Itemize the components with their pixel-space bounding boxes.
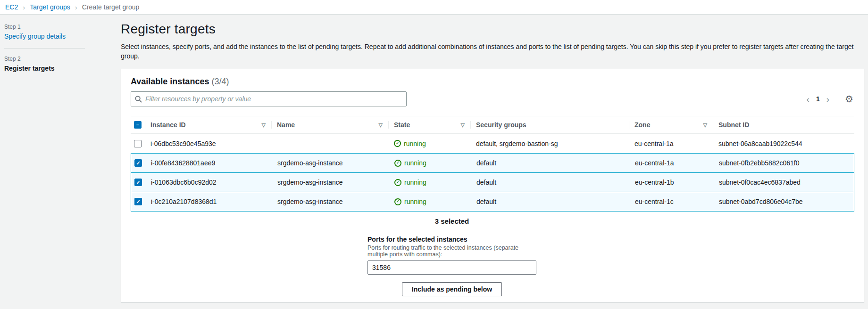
running-status-icon: ✓ — [394, 179, 401, 186]
table-header: − Instance ID ▽ Name ▽ State ▽ Security … — [131, 116, 854, 134]
cell-instance-id: i-01063dbc6b0c92d02 — [145, 179, 272, 186]
cell-state: ✓ running — [389, 179, 471, 186]
wizard-step-1: Step 1 Specify group details — [4, 24, 105, 40]
column-header-label: Zone — [634, 121, 650, 129]
column-header-security-groups[interactable]: Security groups — [470, 116, 629, 133]
wizard-step-2: Step 2 Register targets — [4, 56, 105, 72]
wizard-steps: Step 1 Specify group details Step 2 Regi… — [0, 15, 105, 309]
cell-name: srgdemo-asg-instance — [272, 179, 389, 186]
running-status-icon: ✓ — [394, 140, 401, 147]
next-page-button[interactable]: › — [824, 95, 832, 104]
page-title: Register targets — [121, 22, 864, 37]
cell-instance-id: i-0c210a2107d8368d1 — [145, 198, 272, 205]
divider — [838, 93, 838, 105]
row-checkbox-cell — [131, 140, 145, 147]
row-checkbox[interactable]: ✓ — [134, 179, 142, 186]
cell-subnet-id: subnet-0fb2ebb5882c061f0 — [713, 159, 854, 167]
current-page-number[interactable]: 1 — [816, 95, 820, 103]
step-link-specify-group-details[interactable]: Specify group details — [4, 33, 66, 40]
column-header-label: Security groups — [476, 121, 526, 129]
cell-security-groups: default — [471, 179, 629, 186]
panel-title: Available instances (3/4) — [131, 77, 229, 86]
column-header-name[interactable]: Name ▽ — [271, 116, 388, 133]
cell-zone: eu-central-1b — [629, 179, 713, 186]
column-header-label: Instance ID — [150, 121, 186, 129]
column-header-label: State — [394, 121, 410, 129]
column-header-label: Name — [277, 121, 295, 129]
panel-header: Available instances (3/4) — [131, 77, 854, 87]
cell-security-groups: default — [471, 198, 629, 205]
main-content: Register targets Select instances, speci… — [105, 15, 868, 309]
select-all-checkbox[interactable]: − — [134, 121, 142, 129]
sort-descending-icon[interactable]: ▽ — [461, 122, 465, 128]
row-checkbox[interactable] — [134, 140, 142, 147]
cell-subnet-id: subnet-0abd7cd806e04c7be — [713, 198, 854, 205]
previous-page-button[interactable]: ‹ — [804, 95, 812, 104]
filter-input-wrapper[interactable] — [131, 91, 407, 106]
selection-section: 3 selected Ports for the selected instan… — [131, 217, 773, 296]
pagination: ‹ 1 › ⚙ — [804, 93, 854, 105]
cell-subnet-id: subnet-06a8caab19022c544 — [713, 140, 854, 147]
cell-security-groups: default, srgdemo-bastion-sg — [470, 140, 629, 147]
row-checkbox-cell: ✓ — [131, 159, 145, 167]
state-label: running — [404, 179, 426, 186]
table-row[interactable]: i-06dbc53c90e45a93e ✓ running default, s… — [131, 134, 854, 154]
table-row[interactable]: ✓ i-0c210a2107d8368d1 srgdemo-asg-instan… — [131, 192, 854, 211]
table-body: i-06dbc53c90e45a93e ✓ running default, s… — [131, 134, 854, 211]
step-current-register-targets: Register targets — [4, 65, 105, 72]
page-content: Step 1 Specify group details Step 2 Regi… — [0, 15, 868, 309]
breadcrumb: EC2 › Target groups › Create target grou… — [0, 0, 868, 15]
cell-state: ✓ running — [389, 159, 471, 167]
step-number: Step 2 — [4, 56, 105, 62]
column-header-zone[interactable]: Zone ▽ — [629, 116, 713, 133]
cell-zone: eu-central-1c — [629, 198, 713, 205]
row-checkbox-cell: ✓ — [131, 198, 145, 205]
search-icon — [135, 96, 142, 103]
column-header-instance-id[interactable]: Instance ID ▽ — [145, 116, 271, 133]
include-as-pending-button[interactable]: Include as pending below — [402, 282, 502, 296]
chevron-right-icon: › — [75, 3, 77, 11]
table-row[interactable]: ✓ i-01063dbc6b0c92d02 srgdemo-asg-instan… — [131, 172, 854, 192]
instance-count: (3/4) — [211, 77, 229, 86]
cell-instance-id: i-00fe843628801aee9 — [145, 159, 272, 167]
cell-instance-id: i-06dbc53c90e45a93e — [145, 140, 271, 147]
ports-input[interactable] — [367, 260, 536, 275]
sort-descending-icon[interactable]: ▽ — [703, 122, 707, 128]
cell-subnet-id: subnet-0f0cac4ec6837abed — [713, 179, 854, 186]
row-checkbox[interactable]: ✓ — [134, 159, 142, 167]
select-all-header-cell: − — [131, 116, 145, 133]
row-checkbox[interactable]: ✓ — [134, 198, 142, 205]
state-label: running — [404, 140, 426, 147]
chevron-right-icon: › — [23, 3, 25, 11]
filter-row: ‹ 1 › ⚙ — [131, 91, 854, 106]
table-row[interactable]: ✓ i-00fe843628801aee9 srgdemo-asg-instan… — [131, 153, 854, 173]
state-label: running — [404, 198, 426, 205]
cell-state: ✓ running — [389, 198, 471, 205]
column-header-state[interactable]: State ▽ — [388, 116, 470, 133]
cell-zone: eu-central-1a — [629, 140, 713, 147]
ports-label: Ports for the selected instances — [367, 236, 536, 243]
filter-input[interactable] — [145, 95, 402, 103]
step-number: Step 1 — [4, 24, 105, 30]
running-status-icon: ✓ — [394, 160, 401, 167]
page-description: Select instances, specify ports, and add… — [121, 42, 864, 61]
running-status-icon: ✓ — [394, 198, 401, 205]
cell-security-groups: default — [471, 159, 629, 167]
ports-block: Ports for the selected instances Ports f… — [367, 236, 536, 275]
available-instances-panel: Available instances (3/4) ‹ 1 › ⚙ — [121, 69, 864, 302]
selection-summary: 3 selected — [131, 217, 773, 225]
column-header-subnet-id[interactable]: Subnet ID — [713, 116, 854, 133]
sort-descending-icon[interactable]: ▽ — [379, 122, 383, 128]
state-label: running — [404, 159, 426, 167]
breadcrumb-current: Create target group — [82, 3, 139, 11]
ports-description: Ports for routing traffic to the selecte… — [367, 244, 536, 258]
sort-descending-icon[interactable]: ▽ — [262, 122, 266, 128]
cell-state: ✓ running — [388, 140, 470, 147]
cell-name: srgdemo-asg-instance — [272, 198, 389, 205]
column-header-label: Subnet ID — [718, 121, 749, 129]
breadcrumb-link-target-groups[interactable]: Target groups — [30, 3, 70, 11]
settings-gear-icon[interactable]: ⚙ — [844, 94, 854, 104]
breadcrumb-link-ec2[interactable]: EC2 — [5, 3, 18, 11]
cell-name: srgdemo-asg-instance — [272, 159, 389, 167]
cell-zone: eu-central-1a — [629, 159, 713, 167]
